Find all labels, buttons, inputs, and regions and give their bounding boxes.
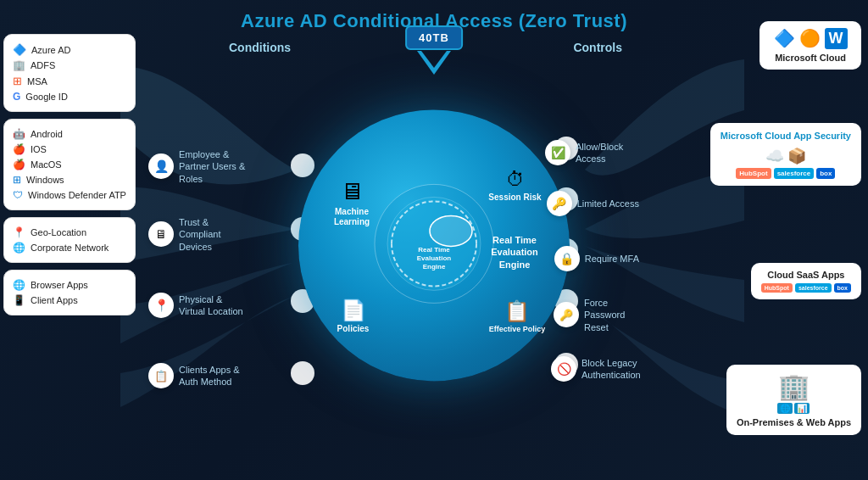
web-icon-2: 📊 xyxy=(794,403,810,414)
devices-icon: 🖥 xyxy=(148,221,174,247)
policies-label: Policies xyxy=(326,324,381,334)
svg-text:Evaluation: Evaluation xyxy=(417,254,452,262)
azure-ad-item: 🔷 Azure AD xyxy=(13,42,126,58)
box-saas: box xyxy=(834,283,851,293)
require-mfa-icon: 🔒 xyxy=(554,246,580,271)
center-area: 🖥 Machine Learning ⏱ Session Risk 📄 Poli… xyxy=(298,109,570,381)
office-icon: 🟠 xyxy=(799,28,821,49)
block-legacy-label: Block Legacy Authentication xyxy=(581,357,649,382)
salesforce-saas: salesforce xyxy=(795,283,832,293)
google-id-item: G Google ID xyxy=(13,89,126,104)
cloud-icon: ☁️ xyxy=(765,147,784,165)
force-password-control: 🔑 Force Password Reset xyxy=(554,297,648,333)
devices-box: 🤖 Android 🍎 IOS 🍎 MacOS ⊞ Windows 🛡 Wind… xyxy=(3,119,136,210)
v-shape-icon xyxy=(417,51,451,78)
box-badge: box xyxy=(816,168,835,179)
ms-cloud-security-label: Microsoft Cloud App Security xyxy=(721,130,851,142)
controls-label: Controls xyxy=(573,41,622,54)
android-item: 🤖 Android xyxy=(13,126,126,142)
block-legacy-icon: 🚫 xyxy=(551,356,576,382)
page-container: Azure AD Conditional Access (Zero Trust)… xyxy=(0,0,868,480)
dropbox-icon: 📦 xyxy=(787,147,806,165)
cloud-saas-box: Cloud SaaS Apps HubSpot salesforce box xyxy=(751,263,861,299)
hubspot-saas: HubSpot xyxy=(761,283,793,293)
svg-point-12 xyxy=(430,215,472,246)
limited-access-label: Limited Access xyxy=(577,198,639,209)
location-condition: 📍 Physical & Virtual Location xyxy=(148,293,247,318)
clients-apps-label: Clients Apps & Auth Method xyxy=(179,364,247,388)
svg-text:Engine: Engine xyxy=(423,263,446,271)
employee-condition: 👤 Employee & Partner Users & Roles xyxy=(148,148,247,185)
employee-label: Employee & Partner Users & Roles xyxy=(179,148,247,185)
microsoft-cloud-label: Microsoft Cloud xyxy=(770,53,851,63)
block-legacy-control: 🚫 Block Legacy Authentication xyxy=(551,356,649,382)
location-label: Physical & Virtual Location xyxy=(179,293,247,318)
salesforce-badge: salesforce xyxy=(774,168,815,179)
azure-icon: 🔷 xyxy=(774,28,795,49)
browser-apps-item: 🌐 Browser Apps xyxy=(13,277,126,293)
force-password-icon: 🔑 xyxy=(554,302,579,327)
ios-item: 🍎 IOS xyxy=(13,142,126,157)
on-premises-label: On-Premises & Web Apps xyxy=(737,416,851,428)
require-mfa-control: 🔒 Require MFA xyxy=(554,246,639,271)
location-icon: 📍 xyxy=(148,293,174,318)
web-icon-1: 🌐 xyxy=(777,403,793,414)
windows-item: ⊞ Windows xyxy=(13,172,126,187)
hubspot-badge: HubSpot xyxy=(736,168,771,179)
employee-icon: 👤 xyxy=(148,153,174,179)
devices-label: Trust & Compliant Devices xyxy=(179,216,247,253)
location-box: 📍 Geo-Location 🌐 Corporate Network xyxy=(3,217,136,263)
effective-policy-label: Effective Policy xyxy=(488,326,546,335)
allow-block-control: ✅ Allow/Block Access xyxy=(545,140,639,165)
cloud-saas-label: Cloud SaaS Apps xyxy=(761,270,851,280)
msa-item: ⊞ MSA xyxy=(13,73,126,89)
word-icon: W xyxy=(825,28,848,49)
on-premises-box: 🏢 🌐 📊 On-Premises & Web Apps xyxy=(726,365,861,435)
client-apps-item: 📱 Client Apps xyxy=(13,293,126,308)
real-time-label: Real Time Evaluation Engine xyxy=(481,235,548,271)
conditions-label: Conditions xyxy=(229,41,291,54)
clients-apps-icon: 📋 xyxy=(148,363,174,388)
outer-circle: 🖥 Machine Learning ⏱ Session Risk 📄 Poli… xyxy=(298,109,570,381)
svg-marker-9 xyxy=(417,51,451,75)
force-password-label: Force Password Reset xyxy=(584,297,648,333)
svg-point-11 xyxy=(387,197,481,290)
apps-box: 🌐 Browser Apps 📱 Client Apps xyxy=(3,270,136,315)
allow-block-icon: ✅ xyxy=(545,140,570,165)
limited-access-control: 🔑 Limited Access xyxy=(547,191,639,216)
left-boxes: 🔷 Azure AD 🏢 ADFS ⊞ MSA G Google ID 🤖 An… xyxy=(3,34,136,315)
ms-cloud-security-box: Microsoft Cloud App Security ☁️ 📦 HubSpo… xyxy=(710,123,861,186)
svg-text:Real Time: Real Time xyxy=(418,246,450,254)
badge-40tb: 40TB xyxy=(405,25,463,50)
geo-location-item: 📍 Geo-Location xyxy=(13,225,126,240)
devices-condition: 🖥 Trust & Compliant Devices xyxy=(148,216,247,253)
adfs-item: 🏢 ADFS xyxy=(13,58,126,73)
macos-item: 🍎 MacOS xyxy=(13,157,126,172)
microsoft-cloud-box: 🔷 🟠 W Microsoft Cloud xyxy=(760,21,861,70)
require-mfa-label: Require MFA xyxy=(585,253,639,265)
corporate-network-item: 🌐 Corporate Network xyxy=(13,240,126,255)
clients-apps-condition: 📋 Clients Apps & Auth Method xyxy=(148,363,247,388)
windows-defender-item: 🛡 Windows Defender ATP xyxy=(13,187,126,203)
building-icon: 🏢 xyxy=(737,371,851,401)
limited-access-icon: 🔑 xyxy=(547,191,572,216)
allow-block-label: Allow/Block Access xyxy=(576,141,639,165)
identity-box: 🔷 Azure AD 🏢 ADFS ⊞ MSA G Google ID xyxy=(3,34,136,112)
